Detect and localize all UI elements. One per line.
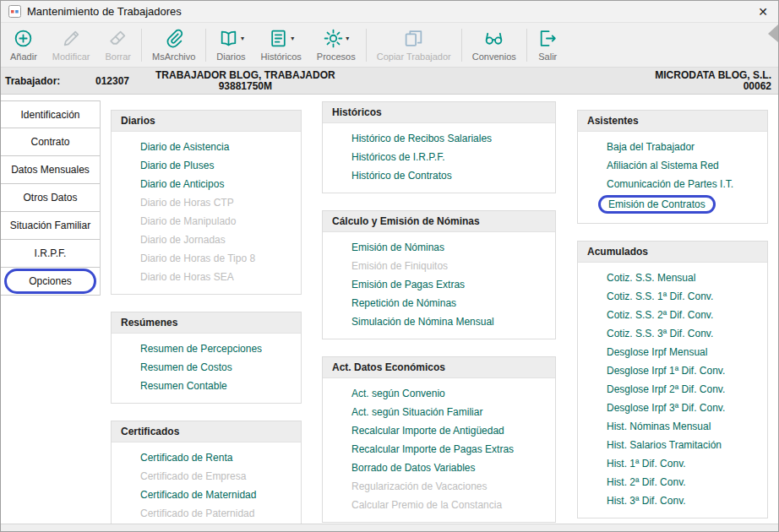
panel-title: Históricos: [323, 102, 555, 123]
menu-item-diario-de-horas-sea: Diario de Horas SEA: [112, 268, 301, 286]
menu-item-desglose-irpf-2-dif-conv[interactable]: Desglose Irpf 2ª Dif. Conv.: [578, 380, 767, 399]
menu-item-desglose-irpf-1-dif-conv[interactable]: Desglose Irpf 1ª Dif. Conv.: [578, 361, 767, 380]
sidebar-item-label: I.R.P.F.: [35, 247, 67, 259]
menu-item-label: Simulación de Nómina Mensual: [351, 316, 494, 328]
menu-item-resumen-de-costos[interactable]: Resumen de Costos: [112, 358, 301, 377]
menu-item-label: Desglose Irpf 1ª Dif. Conv.: [607, 365, 725, 377]
menu-item-label: Resumen de Percepciones: [140, 343, 262, 355]
sidebar-item-i-r-p-f[interactable]: I.R.P.F.: [1, 240, 100, 268]
toolbar-button-diarios[interactable]: ▾Diarios: [209, 24, 253, 67]
sidebar-item-situacion-familiar[interactable]: Situación Familiar: [1, 212, 100, 240]
company-code: 00062: [655, 81, 771, 92]
menu-item-hist-nominas-mensual[interactable]: Hist. Nóminas Mensual: [578, 417, 767, 436]
toolbar-icon-row: [13, 27, 34, 50]
sidebar-item-label: Datos Mensuales: [11, 164, 90, 176]
menu-item-hist-1-dif-conv[interactable]: Hist. 1ª Dif. Conv.: [578, 454, 767, 473]
menu-item-diario-de-pluses[interactable]: Diario de Pluses: [112, 156, 301, 175]
main-area: IdentificaciónContratoDatos MensualesOtr…: [1, 95, 778, 524]
sidebar-item-opciones[interactable]: Opciones: [1, 268, 100, 296]
menu-item-simulacion-de-nomina-mensual[interactable]: Simulación de Nómina Mensual: [323, 312, 555, 331]
toolbar-icon-row: [163, 27, 184, 50]
menu-item-label: Hist. Nóminas Mensual: [607, 421, 711, 432]
menu-item-diario-de-jornadas: Diario de Jornadas: [112, 231, 301, 249]
toolbar-button-salir[interactable]: Salir: [530, 24, 566, 67]
dropdown-caret-icon[interactable]: ▾: [346, 35, 349, 42]
menu-item-borrado-de-datos-variables[interactable]: Borrado de Datos Variables: [323, 459, 555, 477]
menu-item-hist-salarios-tramitacion[interactable]: Hist. Salarios Tramitación: [578, 436, 767, 454]
eraser-icon: [107, 28, 128, 49]
menu-item-label: Diario de Horas SEA: [140, 271, 234, 283]
sidebar-item-contrato[interactable]: Contrato: [1, 128, 100, 156]
glasses-icon: [483, 28, 504, 49]
menu-item-label: Diario de Horas de Tipo 8: [140, 252, 255, 264]
menu-item-hist-3-dif-conv[interactable]: Hist. 3ª Dif. Conv.: [578, 491, 767, 510]
toolbar-button-anadir[interactable]: Añadir: [3, 24, 45, 67]
menu-item-resumen-de-percepciones[interactable]: Resumen de Percepciones: [112, 339, 301, 358]
menu-item-diario-de-anticipos[interactable]: Diario de Anticipos: [112, 175, 301, 193]
menu-item-historicos-de-i-r-p-f[interactable]: Históricos de I.R.P.F.: [323, 148, 555, 166]
menu-item-historico-de-contratos[interactable]: Histórico de Contratos: [323, 166, 555, 185]
menu-item-label: Hist. 2ª Dif. Conv.: [607, 476, 686, 488]
menu-item-cotiz-s-s-2-dif-conv[interactable]: Cotiz. S.S. 2ª Dif. Conv.: [578, 306, 767, 324]
menu-item-label: Hist. 3ª Dif. Conv.: [607, 495, 686, 507]
menu-item-resumen-contable[interactable]: Resumen Contable: [112, 377, 301, 395]
toolbar-button-label: Convenios: [472, 52, 516, 62]
menu-item-label: Diario de Pluses: [140, 160, 214, 171]
dropdown-caret-icon[interactable]: ▾: [241, 35, 244, 42]
sidebar-item-otros-datos[interactable]: Otros Datos: [1, 184, 100, 212]
menu-item-repeticion-de-nominas[interactable]: Repetición de Nóminas: [323, 294, 555, 312]
pencil-icon: [61, 28, 82, 49]
menu-item-certificado-de-maternidad[interactable]: Certificado de Maternidad: [112, 486, 301, 504]
menu-item-recalcular-importe-de-antiguedad[interactable]: Recalcular Importe de Antigüedad: [323, 421, 555, 440]
menu-item-label: Calcular Premio de la Constancia: [351, 499, 502, 511]
menu-item-label: Emisión de Nóminas: [351, 242, 444, 253]
report-icon: [268, 28, 289, 49]
menu-item-act-segun-situacion-familiar[interactable]: Act. según Situación Familiar: [323, 403, 555, 421]
menu-item-diario-de-asistencia[interactable]: Diario de Asistencia: [112, 138, 301, 156]
toolbar-button-borrar: Borrar: [97, 24, 139, 67]
menu-item-emision-de-finiquitos: Emisión de Finiquitos: [323, 257, 555, 275]
menu-item-baja-del-trabajador[interactable]: Baja del Trabajador: [578, 138, 767, 156]
menu-item-label: Desglose Irpf Mensual: [607, 346, 707, 358]
toolbar-button-convenios[interactable]: Convenios: [465, 24, 524, 67]
menu-item-certificado-de-renta[interactable]: Certificado de Renta: [112, 448, 301, 467]
sidebar-item-datos-mensuales[interactable]: Datos Mensuales: [1, 156, 100, 184]
close-button[interactable]: ✕: [755, 5, 771, 19]
menu-item-emision-de-pagas-extras[interactable]: Emisión de Pagas Extras: [323, 275, 555, 294]
toolbar-button-procesos[interactable]: ▾Procesos: [309, 24, 363, 67]
panel-body: Certificado de RentaCertificado de Empre…: [112, 442, 301, 524]
toolbar-button-modificar: Modificar: [45, 24, 98, 67]
menu-item-calcular-premio-de-la-constancia: Calcular Premio de la Constancia: [323, 496, 555, 514]
menu-item-cotiz-s-s-1-dif-conv[interactable]: Cotiz. S.S. 1ª Dif. Conv.: [578, 287, 767, 306]
menu-item-hist-2-dif-conv[interactable]: Hist. 2ª Dif. Conv.: [578, 473, 767, 491]
toolbar-button-historicos[interactable]: ▾Históricos: [253, 24, 309, 67]
menu-item-recalcular-importe-de-pagas-extras[interactable]: Recalcular Importe de Pagas Extras: [323, 440, 555, 459]
menu-item-emision-de-contratos[interactable]: Emisión de Contratos: [578, 193, 767, 215]
menu-item-label: Certificado de Renta: [140, 452, 232, 464]
toolbar-icon-row: ▾: [218, 27, 244, 50]
menu-item-afiliacion-al-sistema-red[interactable]: Afiliación al Sistema Red: [578, 156, 767, 175]
menu-item-label: Cotiz. S.S. Mensual: [607, 272, 695, 284]
sidebar-item-label: Contrato: [30, 136, 69, 148]
menu-item-desglose-irpf-mensual[interactable]: Desglose Irpf Mensual: [578, 343, 767, 361]
menu-item-certificado-de-paternidad: Certificado de Paternidad: [112, 504, 301, 523]
sidebar-item-identificacion[interactable]: Identificación: [1, 100, 100, 128]
toolbar-button-label: Procesos: [317, 52, 356, 62]
menu-item-label: Afiliación al Sistema Red: [607, 160, 719, 171]
panel-calculo-y-emision-de-nominas: Cálculo y Emisión de NóminasEmisión de N…: [322, 210, 556, 339]
toolbar-separator: [141, 29, 142, 62]
panel-title: Asistentes: [578, 111, 767, 132]
menu-item-label: Resumen Contable: [140, 380, 227, 392]
menu-item-act-segun-convenio[interactable]: Act. según Convenio: [323, 384, 555, 403]
dropdown-caret-icon[interactable]: ▾: [291, 35, 294, 42]
menu-item-emision-de-nominas[interactable]: Emisión de Nóminas: [323, 238, 555, 257]
menu-item-label: Cotiz. S.S. 1ª Dif. Conv.: [607, 290, 713, 302]
menu-item-comunicacion-de-partes-i-t[interactable]: Comunicación de Partes I.T.: [578, 175, 767, 193]
menu-item-label: Hist. 1ª Dif. Conv.: [607, 458, 686, 470]
menu-item-desglose-irpf-3-dif-conv[interactable]: Desglose Irpf 3ª Dif. Conv.: [578, 399, 767, 417]
panel-title: Act. Datos Económicos: [323, 357, 555, 378]
toolbar-button-msarchivo[interactable]: MsArchivo: [144, 24, 203, 67]
menu-item-historico-de-recibos-salariales[interactable]: Histórico de Recibos Salariales: [323, 129, 555, 148]
menu-item-cotiz-s-s-3-dif-conv[interactable]: Cotiz. S.S. 3ª Dif. Conv.: [578, 324, 767, 343]
menu-item-cotiz-s-s-mensual[interactable]: Cotiz. S.S. Mensual: [578, 269, 767, 287]
